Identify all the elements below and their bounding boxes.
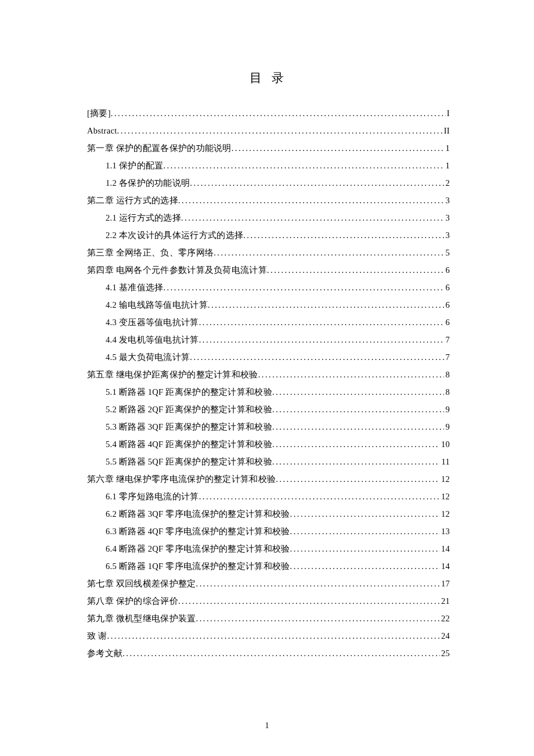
- toc-entry: 第四章 电网各个元件参数计算及负荷电流计算6: [87, 261, 450, 279]
- toc-entry-page: 9: [444, 418, 450, 435]
- toc-leader: [290, 540, 440, 557]
- toc-entry-label: 5.4 断路器 4QF 距离保护的整定计算和校验: [106, 435, 272, 453]
- toc-leader: [272, 453, 440, 470]
- toc-leader: [267, 261, 445, 279]
- toc-entry-label: 第一章 保护的配置各保护的功能说明: [87, 139, 232, 157]
- toc-leader: [272, 401, 444, 418]
- toc-entry-page: 12: [440, 470, 450, 488]
- toc-entry-label: 第五章 继电保护距离保护的整定计算和校验: [87, 366, 258, 383]
- toc-entry: 6.3 断路器 4QF 零序电流保护的整定计算和校验13: [87, 523, 450, 540]
- toc-entry-label: 4.4 发电机等值电抗计算: [106, 331, 199, 348]
- toc-entry: 2.1 运行方式的选择3: [87, 209, 450, 226]
- toc-entry-label: 第六章 继电保护零序电流保护的整定计算和校验: [87, 470, 276, 488]
- toc-entry: 参考文献25: [87, 645, 450, 662]
- toc-entry-label: Abstract: [87, 122, 117, 139]
- toc-entry: 6.5 断路器 1QF 零序电流保护的整定计算和校验14: [87, 557, 450, 575]
- toc-leader: [290, 505, 440, 523]
- toc-entry-label: 4.1 基准值选择: [106, 279, 163, 296]
- toc-entry-label: 第三章 全网络正、负、零序网络: [87, 244, 214, 261]
- toc-entry-page: 9: [444, 401, 450, 418]
- toc-entry-page: 25: [440, 645, 450, 662]
- toc-entry-page: 6: [444, 296, 450, 314]
- toc-entry-page: 3: [444, 209, 450, 226]
- toc-entry: 第五章 继电保护距离保护的整定计算和校验8: [87, 366, 450, 383]
- toc-entry: 第六章 继电保护零序电流保护的整定计算和校验12: [87, 470, 450, 488]
- toc-entry: 1.2 各保护的功能说明2: [87, 174, 450, 192]
- toc-leader: [272, 435, 440, 453]
- toc-entry-label: 第七章 双回线横差保护整定: [87, 575, 196, 592]
- toc-entry-page: 6: [444, 261, 450, 279]
- toc-entry-page: 21: [440, 592, 450, 610]
- toc-entry-label: 6.4 断路器 2QF 零序电流保护的整定计算和校验: [106, 540, 290, 557]
- toc-entry-label: 5.1 断路器 1QF 距离保护的整定计算和校验: [106, 383, 272, 401]
- toc-leader: [214, 244, 444, 261]
- toc-entry: 第九章 微机型继电保护装置22: [87, 610, 450, 627]
- toc-leader: [122, 645, 440, 662]
- toc-entry-label: 致 谢: [87, 627, 107, 645]
- toc-entry-label: 2.1 运行方式的选择: [106, 209, 181, 226]
- toc-leader: [290, 557, 440, 575]
- toc-entry: 4.1 基准值选择6: [87, 279, 450, 296]
- toc-entry-label: 第四章 电网各个元件参数计算及负荷电流计算: [87, 261, 267, 279]
- toc-entry-page: 6: [444, 279, 450, 296]
- toc-entry-label: 4.3 变压器等值电抗计算: [106, 314, 199, 331]
- toc-entry: 第三章 全网络正、负、零序网络5: [87, 244, 450, 261]
- toc-entry-label: 6.3 断路器 4QF 零序电流保护的整定计算和校验: [106, 523, 290, 540]
- toc-entry-label: 6.2 断路器 3QF 零序电流保护的整定计算和校验: [106, 505, 290, 523]
- toc-leader: [190, 348, 444, 366]
- toc-entry: 5.1 断路器 1QF 距离保护的整定计算和校验8: [87, 383, 450, 401]
- toc-entry-page: 14: [440, 557, 450, 575]
- toc-entry-page: 12: [440, 505, 450, 523]
- toc-entry-page: II: [443, 122, 450, 139]
- toc-entry-page: 12: [440, 488, 450, 505]
- toc-entry: 4.3 变压器等值电抗计算6: [87, 314, 450, 331]
- toc-leader: [190, 174, 444, 192]
- toc-entry-label: 第二章 运行方式的选择: [87, 192, 178, 209]
- toc-entry: 6.4 断路器 2QF 零序电流保护的整定计算和校验14: [87, 540, 450, 557]
- toc-leader: [181, 209, 444, 226]
- toc-entry-label: 第八章 保护的综合评价: [87, 592, 178, 610]
- toc-leader: [196, 610, 440, 627]
- toc-entry-label: 5.5 断路器 5QF 距离保护的整定计算和校验: [106, 453, 272, 470]
- toc-entry-page: 3: [444, 192, 450, 209]
- toc-entry-page: 8: [444, 383, 450, 401]
- toc-entry: 4.2 输电线路等值电抗计算6: [87, 296, 450, 314]
- toc-entry-label: 6.1 零序短路电流的计算: [106, 488, 199, 505]
- toc-entry-page: 6: [444, 314, 450, 331]
- toc-leader: [178, 192, 445, 209]
- toc-entry: 致 谢24: [87, 627, 450, 645]
- toc-entry: 第八章 保护的综合评价21: [87, 592, 450, 610]
- toc-leader: [111, 105, 446, 122]
- toc-entry-page: 10: [440, 435, 450, 453]
- toc-entry: 6.2 断路器 3QF 零序电流保护的整定计算和校验12: [87, 505, 450, 523]
- toc-entry: 1.1 保护的配置1: [87, 157, 450, 174]
- toc-entry-label: 5.3 断路器 3QF 距离保护的整定计算和校验: [106, 418, 272, 435]
- toc-entry-page: I: [446, 105, 450, 122]
- toc-entry: 5.5 断路器 5QF 距离保护的整定计算和校验11: [87, 453, 450, 470]
- toc-leader: [232, 139, 445, 157]
- toc-entry-label: 1.1 保护的配置: [106, 157, 163, 174]
- toc-entry-page: 1: [444, 157, 450, 174]
- toc-entry: 5.3 断路器 3QF 距离保护的整定计算和校验9: [87, 418, 450, 435]
- toc-list: [摘要]IAbstractII第一章 保护的配置各保护的功能说明11.1 保护的…: [87, 105, 450, 662]
- toc-leader: [178, 592, 440, 610]
- toc-entry-page: 1: [444, 139, 450, 157]
- toc-entry-page: 2: [444, 174, 450, 192]
- toc-entry-page: 14: [440, 540, 450, 557]
- toc-entry: AbstractII: [87, 122, 450, 139]
- toc-entry: 第二章 运行方式的选择3: [87, 192, 450, 209]
- toc-entry: [摘要]I: [87, 105, 450, 122]
- toc-entry-label: 第九章 微机型继电保护装置: [87, 610, 196, 627]
- toc-leader: [107, 627, 440, 645]
- toc-leader: [196, 575, 440, 592]
- toc-entry-label: 2.2 本次设计的具体运行方式的选择: [106, 226, 243, 244]
- toc-entry: 2.2 本次设计的具体运行方式的选择3: [87, 226, 450, 244]
- toc-leader: [276, 470, 440, 488]
- toc-entry: 4.5 最大负荷电流计算7: [87, 348, 450, 366]
- toc-entry-label: 6.5 断路器 1QF 零序电流保护的整定计算和校验: [106, 557, 290, 575]
- toc-entry-label: 4.5 最大负荷电流计算: [106, 348, 190, 366]
- toc-entry-page: 7: [444, 331, 450, 348]
- toc-leader: [272, 418, 444, 435]
- toc-leader: [290, 523, 440, 540]
- toc-leader: [199, 331, 445, 348]
